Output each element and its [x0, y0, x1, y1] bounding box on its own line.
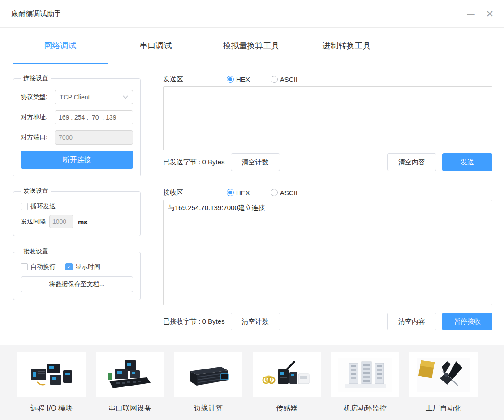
port-label: 对方端口:	[21, 133, 55, 141]
product-card-serial-devices[interactable]: 串口联网设备	[96, 352, 164, 420]
save-to-file-button[interactable]: 将数据保存至文档...	[21, 276, 133, 292]
address-input[interactable]	[55, 110, 133, 124]
robot-arm-icon	[417, 358, 470, 392]
pause-receive-button[interactable]: 暂停接收	[442, 313, 492, 330]
serial-devices-image	[96, 352, 164, 397]
io-panel: 发送区 HEX ASCII 已发送字节 : 0 Bytes 清空计数 清空内容 …	[163, 64, 492, 330]
connection-settings-legend: 连接设置	[21, 74, 51, 82]
product-label: 串口联网设备	[96, 404, 164, 413]
radio-checked-icon	[227, 76, 234, 83]
send-clear-count-button[interactable]: 清空计数	[231, 153, 280, 171]
close-icon[interactable]: ✕	[486, 9, 494, 19]
remote-io-image	[17, 352, 86, 397]
factory-automation-image	[409, 352, 478, 397]
send-button[interactable]: 发送	[442, 153, 492, 171]
receive-settings-group: 接收设置 自动换行 ✓ 显示时间 将数据保存至文档...	[13, 248, 141, 300]
radio-checked-icon	[227, 189, 234, 196]
show-time-checkbox[interactable]: ✓	[65, 263, 73, 270]
tab-bar: 网络调试 串口调试 模拟量换算工具 进制转换工具	[0, 28, 504, 64]
product-card-edge-computing[interactable]: 边缘计算	[174, 352, 242, 420]
send-hex-label: HEX	[236, 76, 250, 83]
receive-ascii-label: ASCII	[280, 189, 297, 197]
remote-io-modules-icon	[25, 358, 78, 392]
product-label: 机房动环监控	[331, 404, 399, 413]
receive-textarea[interactable]: 与169.254.70.139:7000建立连接	[163, 200, 492, 305]
server-room-racks-icon	[338, 358, 392, 392]
tab-base-convert-tool[interactable]: 进制转换工具	[299, 28, 394, 64]
protocol-select[interactable]: TCP Client	[55, 90, 133, 104]
received-bytes-counter: 已接收字节 : 0 Bytes	[163, 317, 225, 326]
send-interval-input[interactable]	[49, 215, 73, 228]
chevron-down-icon	[123, 95, 128, 99]
window-controls: — ✕	[466, 9, 494, 19]
receive-ascii-radio[interactable]: ASCII	[271, 189, 297, 197]
loop-send-checkbox[interactable]	[21, 203, 28, 210]
send-clear-content-button[interactable]: 清空内容	[387, 153, 436, 171]
disconnect-button[interactable]: 断开连接	[21, 151, 133, 169]
address-label: 对方地址:	[21, 113, 55, 121]
sensors-image	[253, 352, 321, 397]
main-content: 连接设置 协议类型: TCP Client 对方地址: 对方端口:	[0, 64, 504, 345]
product-card-remote-io[interactable]: 远程 I/O 模块	[17, 352, 86, 420]
send-textarea[interactable]	[163, 86, 492, 150]
tab-network-debug[interactable]: 网络调试	[13, 28, 108, 64]
port-row: 对方端口:	[21, 130, 133, 145]
send-interval-row: 发送间隔 ms	[21, 215, 133, 228]
auto-wrap-label: 自动换行	[30, 263, 56, 271]
send-ascii-label: ASCII	[280, 76, 297, 83]
receive-clear-content-button[interactable]: 清空内容	[387, 313, 436, 330]
send-area-header: 发送区 HEX ASCII	[163, 74, 492, 84]
send-settings-group: 发送设置 循环发送 发送间隔 ms	[13, 187, 141, 236]
tab-serial-debug[interactable]: 串口调试	[108, 28, 203, 64]
send-interval-label: 发送间隔	[21, 218, 46, 226]
product-label: 传感器	[253, 404, 321, 413]
settings-panel: 连接设置 协议类型: TCP Client 对方地址: 对方端口:	[13, 64, 141, 300]
connection-settings-group: 连接设置 协议类型: TCP Client 对方地址: 对方端口:	[13, 74, 141, 176]
address-row: 对方地址:	[21, 110, 133, 124]
edge-computing-rack-icon	[181, 358, 235, 392]
product-strip: 远程 I/O 模块	[0, 345, 504, 420]
send-settings-legend: 发送设置	[21, 187, 51, 195]
receive-clear-count-button[interactable]: 清空计数	[231, 313, 280, 330]
send-area-title: 发送区	[163, 75, 227, 84]
protocol-label: 协议类型:	[21, 93, 55, 101]
product-card-server-room-monitoring[interactable]: 机房动环监控	[331, 352, 399, 420]
show-time-label: 显示时间	[75, 263, 100, 271]
tab-analog-convert-tool[interactable]: 模拟量换算工具	[203, 28, 299, 64]
protocol-selected-value: TCP Client	[60, 94, 90, 101]
server-room-image	[331, 352, 399, 397]
serial-network-devices-icon	[103, 358, 157, 392]
product-label: 工厂自动化	[409, 404, 478, 413]
loop-send-label: 循环发送	[30, 202, 56, 210]
receive-settings-legend: 接收设置	[21, 248, 51, 256]
port-input[interactable]	[55, 130, 133, 145]
minimize-icon[interactable]: —	[466, 10, 475, 18]
receive-area-header: 接收区 HEX ASCII	[163, 188, 492, 197]
product-card-factory-automation[interactable]: 工厂自动化	[409, 352, 478, 420]
edge-computing-image	[174, 352, 242, 397]
radio-unchecked-icon	[271, 189, 278, 196]
send-controls-row: 已发送字节 : 0 Bytes 清空计数 清空内容 发送	[163, 153, 492, 171]
loop-send-row: 循环发送	[21, 202, 133, 210]
sent-bytes-counter: 已发送字节 : 0 Bytes	[163, 158, 225, 167]
auto-wrap-checkbox[interactable]	[21, 263, 28, 270]
product-label: 远程 I/O 模块	[17, 404, 86, 413]
radio-unchecked-icon	[271, 76, 278, 83]
product-card-sensors[interactable]: 传感器	[253, 352, 321, 420]
send-interval-unit: ms	[78, 218, 88, 226]
receive-options-row: 自动换行 ✓ 显示时间	[21, 263, 133, 271]
receive-hex-label: HEX	[236, 189, 250, 197]
title-bar: 康耐德调试助手 — ✕	[0, 0, 504, 28]
protocol-row: 协议类型: TCP Client	[21, 90, 133, 104]
receive-area-title: 接收区	[163, 189, 227, 197]
receive-hex-radio[interactable]: HEX	[227, 189, 250, 197]
window-title: 康耐德调试助手	[11, 9, 61, 19]
app-window: 康耐德调试助手 — ✕ 网络调试 串口调试 模拟量换算工具 进制转换工具 连接设…	[0, 0, 504, 420]
sensors-icon	[260, 358, 314, 392]
product-label: 边缘计算	[174, 404, 242, 413]
send-ascii-radio[interactable]: ASCII	[271, 76, 297, 83]
receive-controls-row: 已接收字节 : 0 Bytes 清空计数 清空内容 暂停接收	[163, 313, 492, 330]
send-hex-radio[interactable]: HEX	[227, 76, 250, 83]
